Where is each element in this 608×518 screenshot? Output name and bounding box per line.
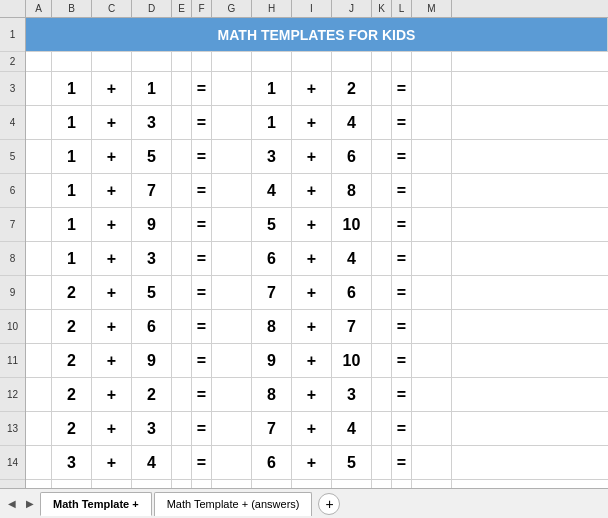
- cell-h-row4: 1: [252, 106, 292, 139]
- cell-j-row3: 2: [332, 72, 372, 105]
- grid-row-10: 2+6=8+7=: [26, 310, 608, 344]
- cell-l-row6: =: [392, 174, 412, 207]
- cell-f-row7: =: [192, 208, 212, 241]
- cell-g-row4: [212, 106, 252, 139]
- cell-m-row5: [412, 140, 452, 173]
- empty-cell: [212, 52, 252, 71]
- cell-g-row13: [212, 412, 252, 445]
- empty-cell: [26, 52, 52, 71]
- cell-j-row6: 8: [332, 174, 372, 207]
- tab-math-template[interactable]: Math Template +: [40, 492, 152, 516]
- cell-a-row4: [26, 106, 52, 139]
- empty-cell: [52, 52, 92, 71]
- cell-i-row4: +: [292, 106, 332, 139]
- cell-e-row12: [172, 378, 192, 411]
- cell-b-row14: 3: [52, 446, 92, 479]
- cell-g-row3: [212, 72, 252, 105]
- cell-d-row3: 1: [132, 72, 172, 105]
- cell-d-row14: 4: [132, 446, 172, 479]
- cell-e-row5: [172, 140, 192, 173]
- col-header-d: D: [132, 0, 172, 17]
- grid-row-1: MATH TEMPLATES FOR KIDS: [26, 18, 608, 52]
- row-num-14: 14: [0, 446, 25, 480]
- cell-j-row9: 6: [332, 276, 372, 309]
- cell-l-row15: =: [392, 480, 412, 488]
- cell-c-row7: +: [92, 208, 132, 241]
- cell-c-row5: +: [92, 140, 132, 173]
- cell-g-row6: [212, 174, 252, 207]
- cell-h-row5: 3: [252, 140, 292, 173]
- empty-cell: [192, 52, 212, 71]
- cell-h-row14: 6: [252, 446, 292, 479]
- cell-d-row5: 5: [132, 140, 172, 173]
- cell-g-row7: [212, 208, 252, 241]
- cell-k-row3: [372, 72, 392, 105]
- empty-cell: [372, 52, 392, 71]
- add-tab-button[interactable]: +: [318, 493, 340, 515]
- cell-k-row8: [372, 242, 392, 275]
- cell-c-row13: +: [92, 412, 132, 445]
- row-num-10: 10: [0, 310, 25, 344]
- cell-a-row14: [26, 446, 52, 479]
- cell-c-row11: +: [92, 344, 132, 377]
- row-num-12: 12: [0, 378, 25, 412]
- row-num-2: 2: [0, 52, 25, 72]
- cell-m-row10: [412, 310, 452, 343]
- cell-f-row11: =: [192, 344, 212, 377]
- cell-k-row15: [372, 480, 392, 488]
- cell-j-row7: 10: [332, 208, 372, 241]
- cell-b-row3: 1: [52, 72, 92, 105]
- cell-m-row7: [412, 208, 452, 241]
- col-header-c: C: [92, 0, 132, 17]
- col-header-e: E: [172, 0, 192, 17]
- cell-i-row7: +: [292, 208, 332, 241]
- cell-h-row15: 4: [252, 480, 292, 488]
- cell-e-row14: [172, 446, 192, 479]
- tab-math-template-answers[interactable]: Math Template + (answers): [154, 492, 313, 516]
- cell-b-row15: 3: [52, 480, 92, 488]
- col-header-j: J: [332, 0, 372, 17]
- grid-row-5: 1+5=3+6=: [26, 140, 608, 174]
- cell-b-row5: 1: [52, 140, 92, 173]
- cell-k-row6: [372, 174, 392, 207]
- cell-j-row14: 5: [332, 446, 372, 479]
- cell-h-row12: 8: [252, 378, 292, 411]
- row-num-1: 1: [0, 18, 25, 52]
- cell-a-row10: [26, 310, 52, 343]
- empty-cell: [252, 52, 292, 71]
- cell-h-row10: 8: [252, 310, 292, 343]
- cell-f-row8: =: [192, 242, 212, 275]
- empty-cell: [132, 52, 172, 71]
- row-num-6: 6: [0, 174, 25, 208]
- cell-e-row15: [172, 480, 192, 488]
- cell-b-row13: 2: [52, 412, 92, 445]
- cell-f-row3: =: [192, 72, 212, 105]
- cell-k-row11: [372, 344, 392, 377]
- cell-e-row10: [172, 310, 192, 343]
- scroll-left-icon[interactable]: ◀: [4, 496, 20, 512]
- cell-e-row7: [172, 208, 192, 241]
- cell-e-row8: [172, 242, 192, 275]
- cell-k-row13: [372, 412, 392, 445]
- cell-k-row14: [372, 446, 392, 479]
- row-num-5: 5: [0, 140, 25, 174]
- cell-e-row3: [172, 72, 192, 105]
- cell-d-row7: 9: [132, 208, 172, 241]
- cell-g-row10: [212, 310, 252, 343]
- cell-m-row13: [412, 412, 452, 445]
- grid-row-15: 3+5=4+6=: [26, 480, 608, 488]
- cell-j-row13: 4: [332, 412, 372, 445]
- cell-g-row5: [212, 140, 252, 173]
- cell-l-row4: =: [392, 106, 412, 139]
- cell-i-row3: +: [292, 72, 332, 105]
- scroll-right-icon[interactable]: ▶: [22, 496, 38, 512]
- cell-k-row7: [372, 208, 392, 241]
- cell-d-row10: 6: [132, 310, 172, 343]
- cell-j-row4: 4: [332, 106, 372, 139]
- cell-d-row11: 9: [132, 344, 172, 377]
- col-header-g: G: [212, 0, 252, 17]
- cell-m-row9: [412, 276, 452, 309]
- cell-m-row3: [412, 72, 452, 105]
- cell-e-row11: [172, 344, 192, 377]
- cell-i-row12: +: [292, 378, 332, 411]
